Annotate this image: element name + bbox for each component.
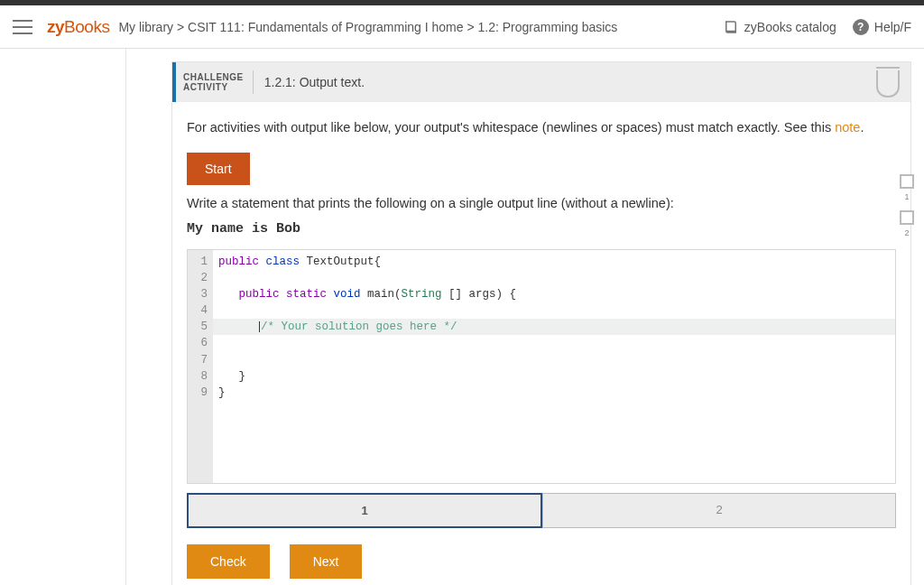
divider (253, 70, 254, 94)
left-sidebar-spacer (0, 49, 126, 585)
catalog-link[interactable]: zyBooks catalog (723, 19, 836, 35)
step1-checkbox-icon (900, 174, 914, 189)
expected-output: My name is Bob (187, 221, 896, 237)
step1-number: 1 (904, 192, 909, 201)
action-buttons: Check Next (187, 544, 896, 579)
line-number-gutter: 1 2 3 4 5 6 7 8 9 (188, 250, 213, 483)
code-editor[interactable]: 1 2 3 4 5 6 7 8 9 public class TextOutpu… (187, 249, 896, 484)
pager-tab-2[interactable]: 2 (542, 493, 896, 528)
help-label: Help/F (874, 20, 911, 34)
progress-checks: 1 2 (900, 174, 914, 237)
instruction-text: Write a statement that prints the follow… (187, 196, 896, 210)
main-content: CHALLENGE ACTIVITY 1.2.1: Output text. 1… (126, 49, 924, 585)
brand-logo[interactable]: zyBooks (47, 17, 109, 37)
activity-body: 1 2 For activities with output like belo… (172, 102, 910, 585)
activity-title: 1.2.1: Output text. (264, 75, 365, 89)
step2-checkbox-icon (900, 210, 914, 225)
help-link[interactable]: ? Help/F (853, 19, 911, 35)
help-icon: ? (853, 19, 869, 35)
code-text-area[interactable]: public class TextOutput{ public static v… (213, 250, 895, 483)
breadcrumb[interactable]: My library > CSIT 111: Fundamentals of P… (118, 20, 617, 34)
book-icon (723, 19, 739, 35)
catalog-label: zyBooks catalog (744, 20, 836, 34)
start-button[interactable]: Start (187, 153, 250, 185)
brand-zy: zy (47, 17, 64, 36)
pager-tab-1[interactable]: 1 (187, 493, 542, 528)
activity-header: CHALLENGE ACTIVITY 1.2.1: Output text. (172, 62, 910, 102)
step2-number: 2 (904, 228, 909, 237)
header-right: zyBooks catalog ? Help/F (723, 19, 911, 35)
question-pager: 1 2 (187, 493, 896, 528)
hamburger-menu-icon[interactable] (13, 17, 32, 37)
next-button[interactable]: Next (290, 544, 363, 579)
activity-badge: CHALLENGE ACTIVITY (183, 72, 244, 92)
whitespace-note: For activities with output like below, y… (187, 118, 896, 138)
completion-shield-icon (876, 70, 900, 98)
main-header: zyBooks My library > CSIT 111: Fundament… (0, 5, 924, 49)
challenge-activity: CHALLENGE ACTIVITY 1.2.1: Output text. 1… (171, 61, 911, 585)
brand-books: Books (64, 17, 109, 36)
check-button[interactable]: Check (187, 544, 270, 579)
note-link[interactable]: note (835, 120, 860, 135)
